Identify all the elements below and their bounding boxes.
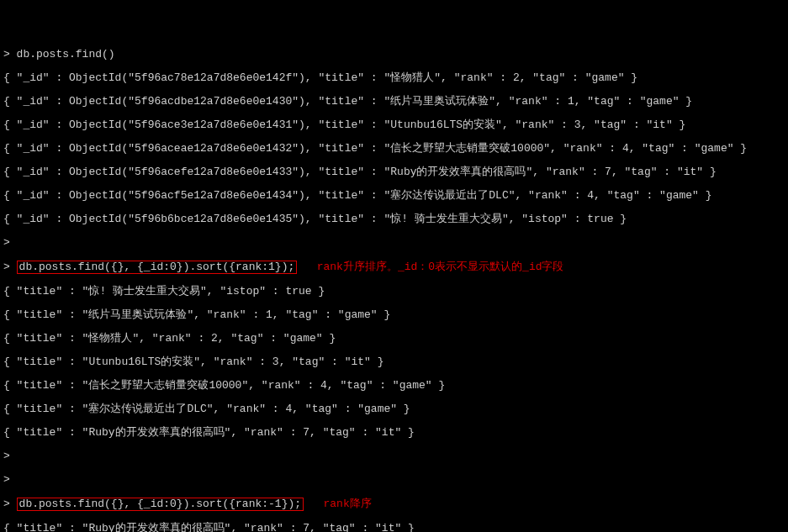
result-line: { "_id" : ObjectId("5f96ace3e12a7d8e6e0e… <box>3 119 785 131</box>
result-line: { "title" : "Ruby的开发效率真的很高吗", "rank" : 7… <box>3 523 785 532</box>
prompt-empty[interactable]: > <box>3 474 785 486</box>
command-sort-desc: db.posts.find({}, {_id:0}).sort({rank:-1… <box>19 498 301 510</box>
result-line: { "title" : "惊! 骑士发生重大交易", "istop" : tru… <box>3 286 785 298</box>
result-line: { "title" : "Ruby的开发效率真的很高吗", "rank" : 7… <box>3 427 785 439</box>
prompt-line[interactable]: > db.posts.find() <box>3 49 785 61</box>
annotation-sort-desc: rank降序 <box>323 498 371 510</box>
prompt-empty[interactable]: > <box>3 450 785 462</box>
result-line: { "_id" : ObjectId("5f96acf5e12a7d8e6e0e… <box>3 190 785 202</box>
prompt-line[interactable]: > db.posts.find({}, {_id:0}).sort({rank:… <box>3 261 785 274</box>
annotation-sort-asc: rank升序排序。_id：0表示不显示默认的_id字段 <box>317 261 564 273</box>
result-line: { "_id" : ObjectId("5f96aceae12a7d8e6e0e… <box>3 143 785 155</box>
result-line: { "title" : "怪物猎人", "rank" : 2, "tag" : … <box>3 333 785 345</box>
result-line: { "title" : "Utunbu16LTS的安装", "rank" : 3… <box>3 356 785 368</box>
command-find-all: db.posts.find() <box>17 48 115 61</box>
result-line: { "title" : "塞尔达传说最近出了DLC", "rank" : 4, … <box>3 403 785 415</box>
result-line: { "_id" : ObjectId("5f96acefe12a7d8e6e0e… <box>3 166 785 178</box>
result-line: { "title" : "信长之野望大志销量突破10000", "rank" :… <box>3 380 785 392</box>
prompt-empty[interactable]: > <box>3 237 785 249</box>
command-sort-asc-box: db.posts.find({}, {_id:0}).sort({rank:1}… <box>17 261 298 274</box>
result-line: { "_id" : ObjectId("5f96b6bce12a7d8e6e0e… <box>3 213 785 225</box>
command-sort-desc-box: db.posts.find({}, {_id:0}).sort({rank:-1… <box>17 498 304 511</box>
command-sort-asc: db.posts.find({}, {_id:0}).sort({rank:1}… <box>19 261 295 273</box>
result-line: { "_id" : ObjectId("5f96acdbe12a7d8e6e0e… <box>3 96 785 108</box>
prompt-line[interactable]: > db.posts.find({}, {_id:0}).sort({rank:… <box>3 498 785 511</box>
result-line: { "title" : "纸片马里奥试玩体验", "rank" : 1, "ta… <box>3 309 785 321</box>
result-line: { "_id" : ObjectId("5f96ac78e12a7d8e6e0e… <box>3 72 785 84</box>
